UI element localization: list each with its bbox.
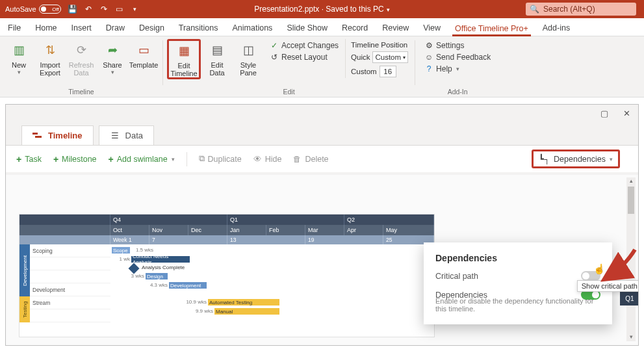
- style-pane-icon: ◫: [240, 42, 257, 58]
- import-export-icon: ⇅: [42, 42, 58, 58]
- group-timeline-label: Timeline: [68, 88, 94, 97]
- tab-record[interactable]: Record: [339, 21, 370, 36]
- style-pane-button[interactable]: ◫ Style Pane: [233, 39, 263, 78]
- autosave-toggle[interactable]: Off: [39, 5, 61, 14]
- delete-icon: 🗑: [293, 155, 302, 164]
- tab-review[interactable]: Review: [380, 21, 411, 36]
- settings-button[interactable]: ⚙Settings: [422, 40, 493, 51]
- tab-office-timeline[interactable]: Office Timeline Pro+: [452, 22, 531, 37]
- row-development[interactable]: Development: [30, 283, 110, 296]
- tab-slideshow[interactable]: Slide Show: [284, 21, 330, 36]
- import-export-button[interactable]: ⇅ Import Export: [35, 39, 65, 78]
- pane-tab-timeline[interactable]: Timeline: [21, 125, 94, 145]
- task-conduct-needs[interactable]: Conduct Needs Analysis: [131, 256, 190, 263]
- task-automated-testing[interactable]: Automated Testing: [208, 299, 279, 306]
- scroll-down-icon[interactable]: ▾: [626, 333, 636, 341]
- add-swimlane-button[interactable]: +Add swimlane▾: [109, 154, 175, 164]
- swimlane-testing[interactable]: Testing: [19, 296, 30, 322]
- edit-data-button[interactable]: ▤ Edit Data: [202, 39, 232, 78]
- reset-layout-button[interactable]: ↺Reset Layout: [267, 52, 341, 62]
- critical-path-label: Critical path: [435, 272, 478, 281]
- template-icon: ▭: [135, 42, 152, 58]
- task-manual[interactable]: Manual: [214, 308, 279, 315]
- edit-timeline-button[interactable]: ▦ Edit Timeline: [167, 39, 201, 79]
- group-edit-label: Edit: [283, 88, 295, 97]
- save-icon[interactable]: 💾: [68, 4, 78, 14]
- tab-draw[interactable]: Draw: [103, 21, 127, 36]
- new-button[interactable]: ▥ New ▾: [4, 39, 34, 77]
- tab-animations[interactable]: Animations: [230, 21, 276, 36]
- edit-pane: ▢ ✕ Timeline ☰ Data +Task +Milestone +Ad…: [5, 104, 639, 346]
- search-placeholder: Search (Alt+Q): [543, 5, 595, 14]
- undo-icon[interactable]: ↶: [83, 4, 94, 14]
- delete-button: 🗑Delete: [293, 155, 328, 164]
- document-title[interactable]: Presentation2.pptx · Saved to this PC: [254, 5, 389, 14]
- row-scoping[interactable]: Scoping: [30, 244, 110, 257]
- redo-icon[interactable]: ↷: [99, 4, 109, 14]
- ribbon-tab-row: File Home Insert Draw Design Transitions…: [0, 18, 644, 36]
- app-titlebar: AutoSave Off 💾 ↶ ↷ ▭ ▾ Presentation2.ppt…: [0, 0, 644, 18]
- dependencies-description: Enable or disable the dependency functio…: [435, 297, 600, 313]
- accept-changes-button[interactable]: ✓Accept Changes: [267, 40, 341, 51]
- popover-title: Dependencies: [435, 253, 600, 263]
- task-development[interactable]: Development: [169, 282, 207, 289]
- task-scope[interactable]: Scope: [112, 247, 130, 254]
- add-task-button[interactable]: +Task: [16, 154, 42, 164]
- custom-value[interactable]: 16: [380, 66, 396, 77]
- quick-select[interactable]: Custom▾: [372, 51, 408, 63]
- search-input[interactable]: 🔍 Search (Alt+Q): [526, 3, 636, 16]
- timeline-tab-icon: [32, 132, 43, 140]
- tab-design[interactable]: Design: [136, 21, 167, 36]
- callout-arrow-icon: [599, 246, 638, 285]
- maximize-icon[interactable]: ▢: [599, 108, 610, 118]
- row-blank2[interactable]: [30, 270, 110, 283]
- timeline-position-label: Timeline Position: [351, 40, 408, 49]
- hide-button: 👁Hide: [253, 155, 282, 164]
- refresh-data-button: ⟳ Refresh Data: [66, 39, 96, 78]
- add-milestone-button[interactable]: +Milestone: [53, 154, 97, 164]
- search-icon: 🔍: [530, 5, 539, 14]
- tab-insert[interactable]: Insert: [69, 21, 94, 36]
- pane-toolbar: +Task +Milestone +Add swimlane▾ ⧉Duplica…: [6, 145, 638, 172]
- group-addin-label: Add-In: [448, 88, 468, 97]
- gear-icon: ⚙: [424, 41, 433, 50]
- tab-addins[interactable]: Add-ins: [540, 21, 573, 36]
- gantt-chart: Q4 Q1 Q2 Oct Nov Dec Jan Feb Mar Apr May…: [19, 214, 435, 337]
- close-icon[interactable]: ✕: [621, 108, 632, 118]
- duplicate-button: ⧉Duplicate: [199, 154, 242, 164]
- share-button[interactable]: ➦ Share ▾: [97, 39, 127, 77]
- check-icon: ✓: [270, 41, 279, 50]
- autosave-control[interactable]: AutoSave Off: [5, 5, 61, 14]
- send-feedback-button[interactable]: ☺Send Feedback: [422, 52, 493, 62]
- help-icon: ?: [424, 64, 433, 73]
- timeline-canvas[interactable]: ▴ ▾ Q4 Q1 Q2 Oct Nov Dec Jan Feb Mar Apr…: [6, 175, 638, 345]
- pane-tabs: Timeline ☰ Data: [6, 122, 638, 145]
- swimlane-development[interactable]: Development: [19, 244, 30, 296]
- svg-rect-0: [32, 133, 38, 135]
- dependencies-dropdown[interactable]: ┗┐ Dependencies ▾: [532, 150, 620, 168]
- duplicate-icon: ⧉: [199, 154, 205, 164]
- tab-view[interactable]: View: [420, 21, 443, 36]
- quarter-badge: Q1: [620, 291, 638, 306]
- present-icon[interactable]: ▭: [114, 4, 125, 14]
- hide-icon: 👁: [253, 155, 262, 164]
- tab-transitions[interactable]: Transitions: [176, 21, 221, 36]
- tab-file[interactable]: File: [5, 21, 23, 36]
- autosave-label: AutoSave: [5, 5, 36, 13]
- ribbon-content: ▥ New ▾ ⇅ Import Export ⟳ Refresh Data ➦…: [0, 36, 644, 98]
- share-icon: ➦: [104, 42, 121, 58]
- row-stream[interactable]: Stream: [30, 296, 110, 309]
- pane-tab-data[interactable]: ☰ Data: [99, 125, 154, 145]
- scroll-up-icon[interactable]: ▴: [626, 177, 636, 185]
- template-button[interactable]: ▭ Template: [129, 39, 159, 70]
- row-blank[interactable]: [30, 257, 110, 270]
- edit-timeline-icon: ▦: [175, 42, 192, 59]
- qat-more-icon[interactable]: ▾: [130, 4, 140, 14]
- reset-icon: ↺: [270, 53, 279, 62]
- data-tab-icon: ☰: [110, 132, 120, 140]
- tab-home[interactable]: Home: [32, 21, 59, 36]
- help-button[interactable]: ?Help▾: [422, 64, 493, 74]
- task-design[interactable]: Design: [146, 273, 168, 280]
- scrollbar-thumb[interactable]: [628, 187, 634, 214]
- smile-icon: ☺: [424, 53, 433, 62]
